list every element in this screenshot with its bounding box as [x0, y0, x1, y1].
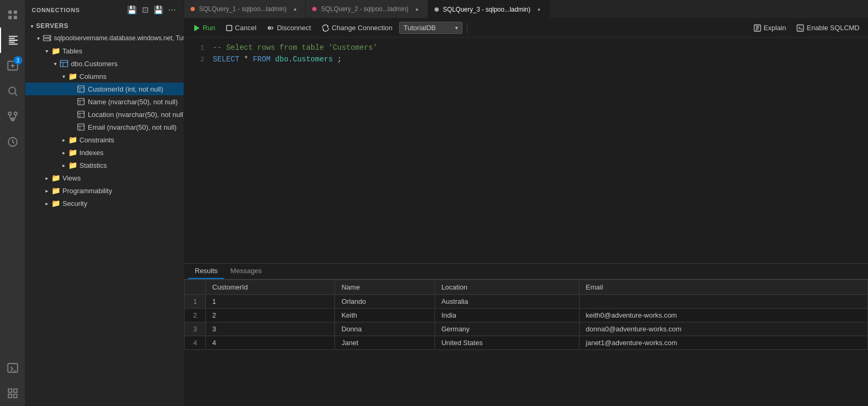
statistics-item[interactable]: 📁 Statistics: [25, 159, 184, 172]
activity-source-control[interactable]: [0, 104, 25, 129]
svg-rect-25: [78, 98, 84, 105]
tab-sqlquery1[interactable]: SQLQuery_1 - sqlpoo...ladmin) ●: [184, 0, 306, 18]
statistics-chevron: [59, 161, 68, 169]
columns-item[interactable]: 📁 Columns: [25, 70, 184, 83]
column-email[interactable]: Email (nvarchar(50), not null): [25, 121, 184, 133]
indexes-chevron: [59, 148, 68, 157]
cell-customerid-2: 2: [206, 309, 335, 322]
tables-item[interactable]: 📁 Tables: [25, 44, 184, 57]
table-row: 3 3 Donna Germany donna0@adventure-works…: [185, 322, 868, 336]
columns-label: Columns: [79, 73, 106, 80]
servers-root[interactable]: SERVERS: [25, 20, 184, 32]
column-location-label: Location (nvarchar(50), not null): [88, 111, 184, 119]
table-icon: [59, 59, 69, 68]
activity-history[interactable]: [0, 129, 25, 155]
cell-email-3: donna0@adventure-works.com: [579, 322, 867, 336]
tab3-dot: [435, 7, 439, 12]
server-icon: [42, 33, 52, 43]
main-area: SQLQuery_1 - sqlpoo...ladmin) ● SQLQuery…: [184, 0, 868, 406]
columns-folder-icon: 📁: [68, 71, 77, 81]
server-item[interactable]: sqlpoolservername.database.windows.net, …: [25, 32, 184, 44]
tab1-close[interactable]: ●: [291, 5, 299, 13]
column-icon-customerid: [76, 84, 86, 94]
views-chevron: [42, 174, 51, 182]
table-row: 1 1 Orlando Australia: [185, 295, 868, 309]
activity-explorer[interactable]: [0, 28, 25, 53]
tab-sqlquery2[interactable]: SQLQuery_2 - sqlpoo...ladmin) ●: [306, 0, 428, 18]
enable-sqlcmd-button[interactable]: Enable SQLCMD: [792, 22, 864, 33]
columns-chevron: [59, 72, 68, 80]
cell-name-3: Donna: [335, 322, 435, 336]
database-dropdown[interactable]: TutorialDB ▾: [399, 22, 463, 34]
tree-container: SERVERS sqlpoolservername.database.windo…: [25, 20, 184, 406]
tab3-label: SQLQuery_3 - sqlpoo...ladmin): [443, 6, 530, 13]
svg-rect-1: [13, 11, 16, 14]
cancel-button[interactable]: Cancel: [222, 22, 260, 33]
column-name[interactable]: Name (nvarchar(50), not null): [25, 95, 184, 108]
svg-rect-19: [60, 60, 68, 67]
constraints-chevron: [59, 136, 68, 144]
indexes-folder-icon: 📁: [68, 148, 77, 157]
tab-sqlquery3[interactable]: SQLQuery_3 - sqlpoo...ladmin) ●: [428, 0, 550, 18]
editor[interactable]: 1 -- Select rows from table 'Customers' …: [184, 38, 868, 263]
results-tab-messages[interactable]: Messages: [224, 264, 268, 279]
programmability-item[interactable]: 📁 Programmability: [25, 184, 184, 197]
svg-rect-31: [78, 124, 84, 130]
activity-connections[interactable]: 3: [0, 53, 25, 78]
column-location[interactable]: Location (nvarchar(50), not null): [25, 108, 184, 121]
svg-rect-28: [78, 111, 84, 118]
table-row: 4 4 Janet United States janet1@adventure…: [185, 336, 868, 350]
statistics-folder-icon: 📁: [68, 160, 77, 170]
col-header-rownum: [185, 280, 206, 295]
cell-email-2: keith0@adventure-works.com: [579, 309, 867, 322]
svg-rect-12: [13, 389, 16, 392]
results-table: CustomerId Name Location Email 1 1 Orlan…: [184, 279, 868, 350]
indexes-item[interactable]: 📁 Indexes: [25, 146, 184, 159]
server-chevron: [34, 34, 42, 42]
activity-terminal[interactable]: [0, 355, 25, 381]
enable-sqlcmd-label: Enable SQLCMD: [807, 24, 860, 32]
explain-button[interactable]: Explain: [749, 22, 791, 33]
results-tab-results[interactable]: Results: [188, 264, 224, 279]
activity-search[interactable]: [0, 78, 25, 104]
disconnect-button[interactable]: Disconnect: [263, 22, 315, 33]
dropdown-arrow-icon: ▾: [455, 25, 458, 31]
col-header-name: Name: [335, 280, 435, 295]
column-customerid[interactable]: CustomerId (int, not null): [25, 83, 184, 95]
editor-line-2: 2 SELECT * FROM dbo.Customers ;: [184, 53, 868, 65]
tab2-close[interactable]: ●: [413, 5, 421, 13]
change-connection-button[interactable]: Change Connection: [318, 22, 397, 33]
results-content[interactable]: CustomerId Name Location Email 1 1 Orlan…: [184, 279, 868, 406]
connections-title: CONNECTIONS: [32, 7, 80, 13]
security-folder-icon: 📁: [51, 199, 60, 208]
change-connection-label: Change Connection: [332, 24, 393, 32]
svg-point-6: [8, 112, 11, 115]
views-item[interactable]: 📁 Views: [25, 172, 184, 184]
save-icon[interactable]: 💾: [126, 4, 139, 16]
keyword-select: SELECT: [213, 55, 239, 64]
security-chevron: [42, 199, 51, 207]
cell-location-2: India: [435, 309, 579, 322]
col-header-email: Email: [579, 280, 867, 295]
cell-location-4: United States: [435, 336, 579, 350]
programmability-label: Programmability: [62, 187, 112, 195]
column-icon-name: [76, 97, 86, 106]
tables-label: Tables: [62, 47, 83, 55]
activity-files[interactable]: [0, 2, 25, 28]
tab3-close[interactable]: ●: [535, 5, 543, 14]
security-item[interactable]: 📁 Security: [25, 197, 184, 210]
svg-rect-13: [8, 394, 11, 398]
run-button[interactable]: Run: [188, 22, 220, 33]
sidebar-header: CONNECTIONS 💾 ⊡ 💾 ···: [25, 0, 184, 20]
dbo-customers-chevron: [51, 59, 59, 68]
svg-point-7: [14, 112, 17, 115]
toolbar-right: Explain Enable SQLCMD: [749, 22, 864, 33]
overflow-menu-icon[interactable]: ···: [167, 4, 177, 16]
new-query-icon[interactable]: ⊡: [141, 4, 150, 16]
constraints-item[interactable]: 📁 Constraints: [25, 133, 184, 146]
dbo-customers-item[interactable]: dbo.Customers: [25, 57, 184, 70]
notification-badge: 3: [14, 56, 22, 65]
save-all-icon[interactable]: 💾: [152, 4, 165, 16]
cell-name-2: Keith: [335, 309, 435, 322]
activity-extensions[interactable]: [0, 381, 25, 406]
